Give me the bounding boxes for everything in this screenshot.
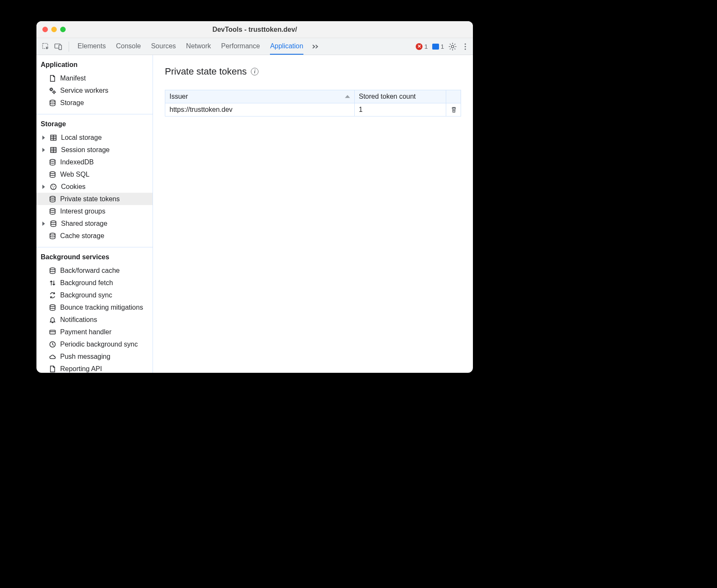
sidebar-item-label: Web SQL [60, 171, 89, 178]
sidebar-item-label: Storage [60, 99, 84, 107]
sidebar-item-label: Private state tokens [60, 195, 120, 203]
sidebar-item-local-storage[interactable]: Local storage [36, 131, 153, 144]
tab-console[interactable]: Console [116, 38, 141, 55]
cell-count: 1 [354, 103, 446, 116]
gears-icon [48, 86, 57, 95]
sidebar-item-notifications[interactable]: Notifications [36, 313, 153, 326]
message-icon [432, 44, 439, 50]
main-toolbar: ElementsConsoleSourcesNetworkPerformance… [36, 38, 473, 55]
database-icon [48, 266, 57, 275]
sidebar-item-push-messaging[interactable]: Push messaging [36, 350, 153, 363]
svg-point-20 [51, 221, 56, 223]
file-icon [48, 74, 57, 83]
device-toolbar-icon[interactable] [54, 42, 63, 51]
sidebar-item-cache-storage[interactable]: Cache storage [36, 230, 153, 242]
error-icon: ✕ [416, 43, 422, 50]
sidebar-item-interest-groups[interactable]: Interest groups [36, 205, 153, 217]
tokens-table: Issuer Stored token count https://trustt… [165, 90, 461, 116]
tab-application[interactable]: Application [270, 38, 303, 55]
svg-point-21 [50, 233, 55, 235]
caret-icon [42, 136, 45, 140]
sidebar-item-background-fetch[interactable]: Background fetch [36, 277, 153, 289]
cloud-icon [48, 352, 57, 361]
info-icon[interactable]: i [251, 68, 258, 75]
database-icon [48, 99, 57, 107]
svg-point-22 [50, 268, 55, 270]
sidebar-item-label: Local storage [61, 134, 102, 141]
sidebar-item-label: Reporting API [60, 365, 102, 373]
sidebar-item-cookies[interactable]: Cookies [36, 180, 153, 193]
sidebar-item-bounce-tracking-mitigations[interactable]: Bounce tracking mitigations [36, 301, 153, 313]
file-icon [48, 365, 57, 373]
inspect-element-icon[interactable] [42, 42, 50, 51]
table-row[interactable]: https://trusttoken.dev1 [165, 103, 461, 116]
tab-elements[interactable]: Elements [78, 38, 106, 55]
sidebar-item-session-storage[interactable]: Session storage [36, 144, 153, 156]
column-header-count[interactable]: Stored token count [354, 90, 446, 103]
messages-count: 1 [441, 43, 444, 50]
sidebar-item-periodic-background-sync[interactable]: Periodic background sync [36, 338, 153, 350]
sidebar-item-label: Bounce tracking mitigations [60, 304, 143, 311]
database-icon [48, 158, 57, 166]
errors-badge[interactable]: ✕ 1 [416, 43, 428, 50]
sidebar-item-private-state-tokens[interactable]: Private state tokens [36, 193, 153, 205]
delete-icon[interactable] [450, 106, 456, 113]
caret-icon [42, 185, 45, 189]
content-heading: Private state tokens [165, 66, 247, 77]
sidebar-item-label: Notifications [60, 316, 97, 324]
svg-point-19 [50, 208, 55, 211]
window-title: DevTools - trusttoken.dev/ [36, 26, 473, 33]
more-menu-icon[interactable] [461, 42, 470, 51]
messages-badge[interactable]: 1 [432, 43, 444, 50]
caret-icon [42, 148, 45, 152]
sidebar-item-indexeddb[interactable]: IndexedDB [36, 156, 153, 168]
sidebar-item-back-forward-cache[interactable]: Back/forward cache [36, 264, 153, 277]
sidebar-item-label: Session storage [61, 146, 110, 154]
sidebar-item-label: Interest groups [60, 208, 106, 215]
table-icon [49, 133, 58, 142]
more-tabs-icon[interactable] [311, 42, 320, 51]
sidebar-item-label: Payment handler [60, 328, 111, 336]
bell-icon [48, 316, 57, 324]
svg-point-8 [53, 91, 55, 93]
sidebar-item-label: Shared storage [61, 220, 107, 227]
database-icon [48, 303, 57, 312]
errors-count: 1 [424, 43, 428, 50]
svg-point-17 [53, 188, 54, 189]
sidebar-item-manifest[interactable]: Manifest [36, 72, 153, 84]
sidebar-item-shared-storage[interactable]: Shared storage [36, 217, 153, 230]
cell-issuer: https://trusttoken.dev [165, 103, 355, 116]
titlebar: DevTools - trusttoken.dev/ [36, 21, 473, 38]
database-icon [48, 232, 57, 240]
tab-sources[interactable]: Sources [151, 38, 176, 55]
column-header-issuer[interactable]: Issuer [165, 90, 355, 103]
sidebar-item-label: Service workers [60, 87, 108, 94]
card-icon [48, 328, 57, 336]
tab-network[interactable]: Network [186, 38, 211, 55]
svg-point-23 [50, 305, 55, 307]
svg-point-15 [52, 186, 53, 186]
svg-rect-24 [50, 330, 56, 334]
sidebar-item-background-sync[interactable]: Background sync [36, 289, 153, 301]
sidebar-item-service-workers[interactable]: Service workers [36, 84, 153, 97]
database-icon [48, 170, 57, 179]
sidebar-item-reporting-api[interactable]: Reporting API [36, 363, 153, 373]
content-pane: Private state tokens i Issuer Stored tok… [153, 55, 473, 373]
sidebar-item-label: Push messaging [60, 353, 110, 361]
sidebar-item-storage[interactable]: Storage [36, 97, 153, 109]
svg-point-12 [50, 159, 55, 161]
column-header-actions [446, 90, 461, 103]
sidebar-item-payment-handler[interactable]: Payment handler [36, 326, 153, 338]
section-title: Storage [36, 120, 153, 131]
sort-ascending-icon [345, 95, 350, 98]
sidebar-item-label: IndexedDB [60, 158, 94, 166]
tab-performance[interactable]: Performance [221, 38, 260, 55]
svg-point-3 [451, 45, 454, 48]
sidebar-item-web-sql[interactable]: Web SQL [36, 168, 153, 180]
database-icon [48, 207, 57, 216]
svg-rect-2 [59, 45, 61, 50]
svg-point-14 [51, 184, 56, 189]
database-icon [48, 195, 57, 203]
settings-icon[interactable] [448, 42, 457, 51]
sidebar-item-label: Cache storage [60, 232, 104, 240]
